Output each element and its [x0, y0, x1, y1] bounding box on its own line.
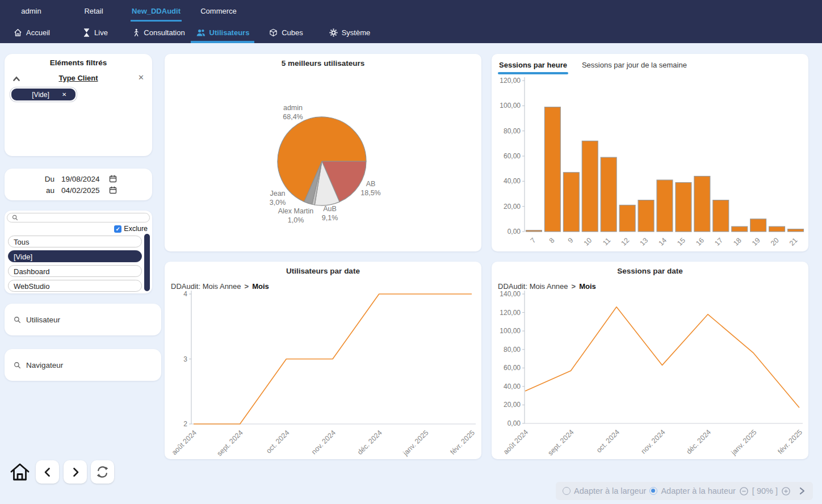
fit-height-label[interactable]: Adapter à la hauteur [661, 486, 735, 495]
filtered-elements-panel: Eléments filtrés Type Client ✕ [Vide] ✕ [5, 54, 152, 156]
zoom-percent: [ 90% ] [752, 486, 778, 495]
menu-live[interactable]: Live [64, 22, 127, 43]
axis-label: 0,00 [508, 419, 521, 427]
home-button[interactable] [8, 460, 31, 484]
filter-group-row: Type Client ✕ [10, 73, 146, 84]
axis-label: 10 [582, 236, 594, 247]
axis-label: 60,00 [504, 152, 521, 160]
project-tabs: admin Retail New_DDAudit Commerce [0, 0, 250, 22]
pie-slice-label: admin68,4% [283, 104, 303, 121]
filter-search-box [7, 213, 150, 222]
bar-21[interactable] [788, 229, 804, 232]
axis-label: 13 [638, 236, 649, 247]
module-menu: Accueil Live Consultation Utilisateurs [0, 22, 381, 43]
zoom-out-icon[interactable] [739, 486, 749, 496]
filtered-elements-title: Eléments filtrés [5, 58, 152, 67]
tab-new-ddaudit[interactable]: New_DDAudit [125, 0, 187, 22]
list-scrollbar[interactable] [144, 234, 150, 291]
date-from-value[interactable]: 19/08/2024 [61, 175, 104, 183]
tab-retail[interactable]: Retail [62, 0, 125, 22]
axis-label: janv. 2025 [729, 428, 758, 457]
bar-14[interactable] [657, 180, 673, 232]
line-series[interactable] [194, 294, 472, 424]
menu-systeme[interactable]: Système [318, 22, 381, 43]
axis-label: 120,00 [500, 309, 521, 317]
zoom-in-icon[interactable] [781, 486, 791, 496]
axis-label: nov. 2024 [640, 428, 667, 455]
expand-chevron-icon[interactable] [798, 486, 806, 495]
home-icon [9, 461, 31, 483]
axis-label: 17 [713, 236, 724, 247]
bar-19[interactable] [750, 219, 766, 232]
calendar-icon[interactable] [109, 186, 117, 194]
zoom-controls-bar: Adapter à la largeur Adapter à la hauteu… [556, 482, 813, 500]
list-item-webstudio[interactable]: WebStudio [8, 280, 142, 292]
list-item-vide[interactable]: [Vide] [8, 250, 142, 262]
users-by-date-line-chart: 234août 2024sept. 2024oct. 2024nov. 2024… [165, 262, 481, 459]
bar-15[interactable] [676, 183, 691, 232]
exclude-label: Exclure [124, 225, 148, 233]
axis-label: sept. 2024 [546, 428, 575, 457]
menu-accueil[interactable]: Accueil [0, 22, 64, 43]
top-navigation: admin Retail New_DDAudit Commerce Accuei… [0, 0, 822, 43]
axis-label: 14 [657, 236, 668, 247]
exclude-checkbox[interactable]: ✓ [114, 225, 121, 233]
search-input[interactable] [21, 213, 149, 222]
bar-16[interactable] [694, 177, 710, 232]
axis-label: févr. 2025 [448, 429, 476, 456]
hourglass-icon [83, 28, 90, 37]
axis-label: janv. 2025 [401, 429, 430, 457]
utilisateur-filter-label: Utilisateur [26, 316, 60, 324]
navigateur-filter-panel[interactable]: Navigateur [5, 349, 161, 381]
menu-label: Système [342, 28, 371, 37]
bar-13[interactable] [638, 200, 654, 232]
chevron-left-icon [42, 467, 53, 478]
fit-width-radio[interactable] [563, 487, 571, 495]
search-icon [12, 215, 18, 221]
forward-button[interactable] [64, 460, 87, 484]
tab-commerce[interactable]: Commerce [187, 0, 250, 22]
filter-chip-label: [Vide] [11, 91, 62, 99]
bar-9[interactable] [563, 173, 579, 232]
calendar-icon[interactable] [109, 175, 117, 183]
bar-11[interactable] [601, 157, 616, 232]
bar-12[interactable] [619, 205, 635, 232]
bar-20[interactable] [769, 226, 785, 232]
axis-label: 7 [529, 236, 538, 245]
axis-label: 18 [732, 236, 743, 247]
date-to-label: au [40, 186, 54, 195]
filter-group-close-icon[interactable]: ✕ [138, 73, 144, 82]
bar-7[interactable] [526, 230, 542, 232]
menu-consultation[interactable]: Consultation [127, 22, 191, 43]
bar-10[interactable] [582, 141, 598, 232]
line-series[interactable] [525, 307, 799, 408]
search-icon [14, 362, 21, 369]
bar-18[interactable] [732, 226, 748, 232]
refresh-button[interactable] [91, 460, 114, 484]
filter-chip-vide[interactable]: [Vide] ✕ [10, 87, 77, 102]
axis-label: 8 [548, 236, 556, 245]
date-to-value[interactable]: 04/02/2025 [61, 186, 104, 195]
utilisateur-filter-panel[interactable]: Utilisateur [5, 304, 161, 335]
axis-label: 100,00 [500, 102, 521, 110]
axis-label: août 2024 [170, 429, 198, 456]
axis-label: 80,00 [504, 346, 521, 354]
tab-admin[interactable]: admin [0, 0, 62, 22]
axis-label: 20 [769, 236, 781, 247]
fit-width-label[interactable]: Adapter à la largeur [574, 486, 646, 495]
menu-label: Consultation [144, 28, 184, 37]
axis-label: 2 [183, 420, 187, 428]
list-item-tous[interactable]: Tous [8, 236, 142, 247]
axis-label: 21 [788, 236, 799, 247]
chip-close-icon[interactable]: ✕ [62, 91, 76, 98]
back-button[interactable] [36, 460, 59, 484]
menu-cubes[interactable]: Cubes [254, 22, 318, 43]
axis-label: 16 [694, 236, 706, 247]
list-item-dashboard[interactable]: Dashboard [8, 265, 142, 277]
axis-label: août 2024 [502, 428, 530, 456]
bar-8[interactable] [544, 107, 560, 232]
menu-utilisateurs[interactable]: Utilisateurs [191, 22, 254, 43]
filter-group-label[interactable]: Type Client [10, 74, 146, 82]
bar-17[interactable] [713, 200, 729, 232]
fit-height-radio[interactable] [649, 487, 657, 495]
